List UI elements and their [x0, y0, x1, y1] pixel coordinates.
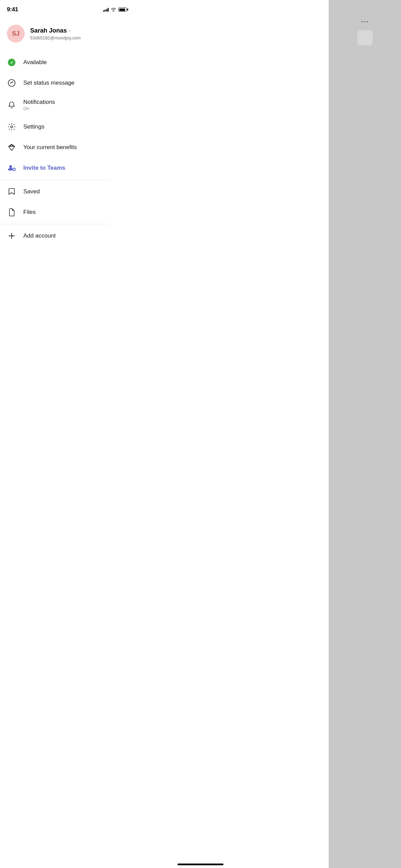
profile-email: 53d65182@moodjoy.com — [30, 35, 81, 40]
edit-icon — [7, 78, 16, 88]
svg-point-2 — [9, 165, 12, 168]
bell-icon — [7, 100, 16, 110]
benefits-label: Your current benefits — [23, 144, 77, 151]
signal-icon — [103, 8, 109, 12]
gear-icon — [7, 122, 16, 132]
plus-icon — [7, 231, 16, 241]
file-icon — [7, 207, 16, 217]
divider-1 — [0, 180, 110, 180]
menu-item-benefits[interactable]: Your current benefits — [0, 137, 110, 158]
menu-item-set-status[interactable]: Set status message — [0, 73, 110, 93]
menu-item-invite[interactable]: Invite to Teams — [0, 158, 110, 178]
profile-name: Sarah Jonas › — [30, 27, 81, 34]
status-icons — [103, 8, 127, 12]
menu-item-files[interactable]: Files — [0, 202, 110, 222]
wifi-icon — [111, 8, 116, 12]
saved-label: Saved — [23, 188, 40, 195]
menu-item-add-account[interactable]: Add account — [0, 226, 110, 246]
notifications-group: Notifications On — [23, 99, 55, 111]
notifications-label: Notifications — [23, 99, 55, 106]
available-icon — [7, 58, 16, 67]
profile-name-text: Sarah Jonas — [30, 27, 67, 34]
profile-section[interactable]: SJ Sarah Jonas › 53d65182@moodjoy.com — [0, 16, 110, 52]
divider-2 — [0, 224, 110, 224]
svg-point-1 — [11, 126, 13, 128]
status-bar: 9:41 — [0, 0, 134, 16]
status-time: 9:41 — [7, 6, 18, 13]
menu-item-available[interactable]: Available — [0, 52, 110, 73]
notifications-status: On — [23, 106, 55, 111]
set-status-label: Set status message — [23, 80, 74, 86]
diamond-icon — [7, 143, 16, 152]
bookmark-icon — [7, 187, 16, 196]
settings-label: Settings — [23, 123, 44, 130]
files-label: Files — [23, 209, 36, 216]
battery-icon — [118, 8, 127, 12]
menu-item-notifications[interactable]: Notifications On — [0, 93, 110, 117]
add-account-label: Add account — [23, 232, 56, 239]
avatar: SJ — [7, 25, 25, 43]
menu-item-saved[interactable]: Saved — [0, 181, 110, 202]
profile-chevron-icon: › — [69, 28, 71, 33]
invite-label: Invite to Teams — [23, 165, 65, 171]
profile-info: Sarah Jonas › 53d65182@moodjoy.com — [30, 27, 81, 40]
menu-panel: SJ Sarah Jonas › 53d65182@moodjoy.com Av… — [0, 16, 110, 868]
menu-item-settings[interactable]: Settings — [0, 117, 110, 137]
available-label: Available — [23, 59, 47, 66]
invite-icon — [7, 163, 16, 173]
